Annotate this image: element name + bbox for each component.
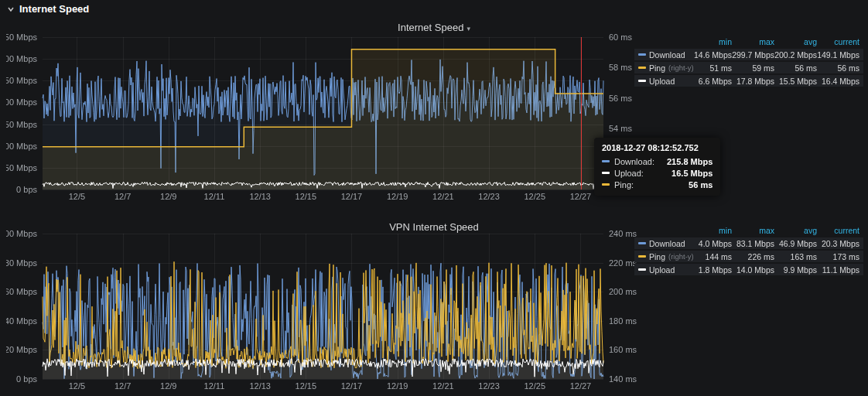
tooltip-series-row: Upload:16.5 Mbps (602, 167, 713, 179)
legend-value: 6.6 Mbps (689, 77, 732, 86)
tooltip-series-row: Ping:56 ms (602, 179, 713, 190)
series-color-icon[interactable] (638, 53, 646, 56)
legend-sort-avg[interactable]: avg (774, 37, 817, 46)
crosshair-cursor-line (581, 37, 582, 189)
legend-value: 17.8 Mbps (732, 77, 774, 86)
grafana-dashboard: Internet Speed Internet Speed▾ minmaxavg… (0, 0, 868, 396)
legend-value: 20.3 Mbps (817, 239, 859, 248)
caret-down-icon: ▾ (466, 25, 470, 32)
legend-table-internet-speed: minmaxavgcurrentDownload14.6 Mbps299.7 M… (634, 36, 863, 88)
legend-sort-max[interactable]: max (732, 226, 774, 235)
legend-row-upload[interactable]: Upload6.6 Mbps17.8 Mbps15.5 Mbps16.4 Mbp… (634, 75, 863, 87)
legend-value: 46.9 Mbps (774, 239, 817, 248)
legend-value: 173 ms (817, 252, 859, 261)
series-alias[interactable]: Ping (649, 63, 665, 73)
series-color-icon[interactable] (638, 242, 646, 244)
legend-sort-current[interactable]: current (817, 226, 859, 235)
legend-value: 9.9 Mbps (774, 265, 817, 275)
series-color-icon (602, 172, 610, 174)
panel-internet-speed: Internet Speed▾ minmaxavgcurrentDownload… (6, 19, 862, 215)
legend-value: 163 ms (774, 252, 817, 261)
legend-value: 1.8 Mbps (689, 265, 732, 275)
series-alias[interactable]: Upload (649, 77, 675, 86)
legend-sort-min[interactable]: min (689, 37, 732, 46)
series-color-icon[interactable] (638, 67, 646, 69)
legend-value: 226 ms (732, 252, 774, 261)
tooltip-timestamp: 2018-12-27 08:12:52.752 (602, 143, 713, 152)
legend-value: 56 ms (817, 63, 859, 73)
series-alias[interactable]: Download (649, 239, 685, 248)
internet-speed-graph[interactable] (6, 31, 641, 209)
series-color-icon (602, 183, 610, 186)
legend-row-upload[interactable]: Upload1.8 Mbps14.0 Mbps9.9 Mbps11.1 Mbps (634, 264, 863, 275)
series-alias[interactable]: Upload (649, 265, 675, 275)
legend-sort-max[interactable]: max (732, 37, 774, 46)
legend-header: minmaxavgcurrent (634, 36, 863, 47)
legend-sort-current[interactable]: current (817, 37, 859, 46)
legend-row-ping[interactable]: Ping(right-y)51 ms59 ms56 ms56 ms (634, 62, 863, 73)
legend-value: 14.6 Mbps (689, 50, 732, 60)
row-header-internet-speed[interactable]: Internet Speed (6, 3, 89, 15)
series-color-icon[interactable] (638, 268, 646, 271)
legend-value: 83.1 Mbps (732, 239, 774, 248)
legend-table-vpn-internet-speed: minmaxavgcurrentDownload4.0 Mbps83.1 Mbp… (634, 224, 863, 277)
series-color-icon[interactable] (638, 80, 646, 82)
legend-value: 4.0 Mbps (689, 239, 732, 248)
row-title[interactable]: Internet Speed (19, 3, 89, 15)
legend-value: 56 ms (774, 63, 817, 73)
panel-title-text: VPN Internet Speed (389, 221, 479, 233)
legend-header: minmaxavgcurrent (634, 224, 863, 236)
legend-value: 200.2 Mbps (774, 50, 817, 60)
chevron-down-icon[interactable] (6, 5, 15, 14)
series-color-icon (602, 160, 610, 162)
legend-value: 14.0 Mbps (732, 265, 774, 275)
series-alias[interactable]: Download (649, 50, 685, 60)
legend-row-download[interactable]: Download14.6 Mbps299.7 Mbps200.2 Mbps149… (634, 49, 863, 60)
legend-value: 11.1 Mbps (817, 265, 859, 275)
legend-value: 16.4 Mbps (817, 77, 859, 86)
legend-value: 59 ms (732, 63, 774, 73)
legend-sort-min[interactable]: min (689, 226, 732, 235)
series-alias[interactable]: Ping (649, 252, 665, 261)
legend-value: 149.1 Mbps (817, 50, 859, 60)
legend-value: 299.7 Mbps (732, 50, 774, 60)
legend-row-ping[interactable]: Ping(right-y)144 ms226 ms163 ms173 ms (634, 251, 863, 262)
panel-title-text: Internet Speed (398, 22, 463, 33)
series-color-icon[interactable] (638, 255, 646, 258)
legend-row-download[interactable]: Download4.0 Mbps83.1 Mbps46.9 Mbps20.3 M… (634, 237, 863, 249)
legend-sort-avg[interactable]: avg (774, 226, 817, 235)
legend-value: 144 ms (689, 252, 732, 261)
panel-vpn-internet-speed: VPN Internet Speed minmaxavgcurrentDownl… (6, 218, 862, 396)
legend-value: 51 ms (689, 63, 732, 73)
legend-value: 15.5 Mbps (774, 77, 817, 86)
graph-tooltip: 2018-12-27 08:12:52.752Download:215.8 Mb… (594, 138, 720, 196)
tooltip-series-row: Download:215.8 Mbps (602, 155, 713, 167)
panel-title-internet-speed[interactable]: Internet Speed▾ (6, 22, 862, 33)
vpn-internet-speed-graph[interactable] (6, 226, 641, 396)
